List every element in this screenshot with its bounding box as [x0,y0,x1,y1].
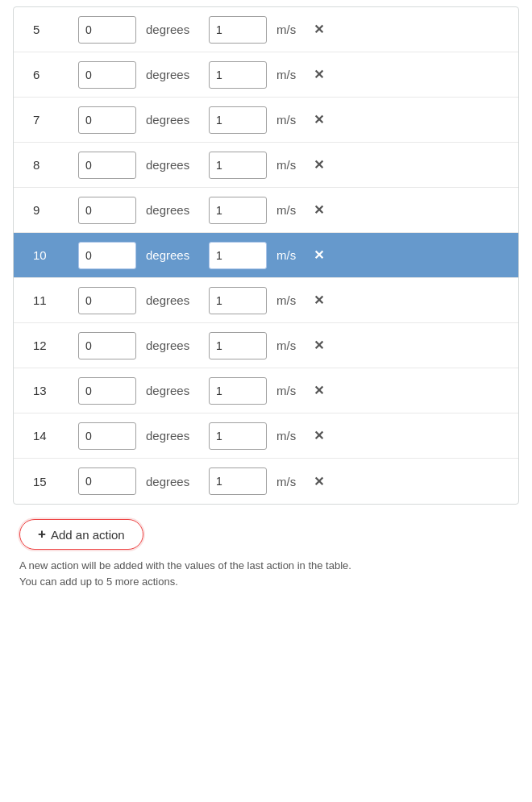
speed-input[interactable] [209,467,267,495]
speed-input[interactable] [209,152,267,179]
delete-row-button[interactable]: ✕ [309,244,329,266]
angle-unit-label: degrees [136,429,209,443]
angle-unit-label: degrees [136,384,209,397]
speed-unit-label: m/s [267,384,307,397]
speed-unit-label: m/s [267,113,307,127]
delete-row-button[interactable]: ✕ [309,289,329,311]
speed-input[interactable] [209,197,267,224]
speed-input[interactable] [209,332,267,359]
angle-input[interactable] [78,152,136,179]
row-number: 14 [14,429,78,443]
row-number: 5 [14,23,78,36]
row-number: 12 [14,339,78,352]
table-row: 9 degrees m/s ✕ [14,188,518,233]
angle-input[interactable] [78,377,136,405]
speed-input[interactable] [209,377,267,405]
speed-unit-label: m/s [267,23,307,36]
speed-unit-label: m/s [267,293,307,307]
delete-row-button[interactable]: ✕ [309,380,329,401]
table-row: 7 degrees m/s ✕ [14,98,518,143]
speed-input[interactable] [209,16,267,44]
add-action-button[interactable]: + Add an action [19,519,143,550]
table-row: 12 degrees m/s ✕ [14,323,518,368]
angle-unit-label: degrees [136,68,209,81]
angle-input[interactable] [78,422,136,450]
angle-unit-label: degrees [136,113,209,127]
angle-unit-label: degrees [136,248,209,262]
angle-unit-label: degrees [136,158,209,172]
angle-unit-label: degrees [136,203,209,217]
delete-row-button[interactable]: ✕ [309,335,329,356]
speed-input[interactable] [209,61,267,89]
speed-unit-label: m/s [267,203,307,217]
speed-unit-label: m/s [267,248,307,262]
table-row: 8 degrees m/s ✕ [14,143,518,188]
angle-input[interactable] [78,61,136,89]
delete-row-button[interactable]: ✕ [309,64,329,85]
speed-unit-label: m/s [267,475,307,488]
row-number: 15 [14,475,78,488]
angle-input[interactable] [78,197,136,224]
delete-row-button[interactable]: ✕ [309,109,329,131]
row-number: 13 [14,384,78,397]
angle-input[interactable] [78,106,136,134]
angle-input[interactable] [78,332,136,359]
table-row: 13 degrees m/s ✕ [14,368,518,413]
speed-unit-label: m/s [267,68,307,81]
delete-row-button[interactable]: ✕ [309,199,329,221]
angle-input[interactable] [78,242,136,269]
add-action-hint: A new action will be added with the valu… [19,558,358,589]
table-row: 10 degrees m/s ✕ [14,233,518,278]
speed-input[interactable] [209,422,267,450]
speed-input[interactable] [209,287,267,314]
angle-unit-label: degrees [136,23,209,36]
row-number: 9 [14,203,78,217]
angle-unit-label: degrees [136,475,209,488]
delete-row-button[interactable]: ✕ [309,19,329,40]
speed-input[interactable] [209,106,267,134]
row-number: 11 [14,293,78,307]
delete-row-button[interactable]: ✕ [309,154,329,176]
row-number: 6 [14,68,78,81]
table-row: 5 degrees m/s ✕ [14,7,518,52]
speed-unit-label: m/s [267,429,307,443]
add-action-area: + Add an action A new action will be add… [13,519,519,589]
angle-unit-label: degrees [136,293,209,307]
speed-unit-label: m/s [267,339,307,352]
angle-input[interactable] [78,16,136,44]
table-row: 11 degrees m/s ✕ [14,278,518,323]
angle-input[interactable] [78,467,136,495]
actions-table: 5 degrees m/s ✕ 6 degrees m/s ✕ 7 degree… [13,6,519,505]
speed-input[interactable] [209,242,267,269]
table-row: 15 degrees m/s ✕ [14,459,518,504]
angle-unit-label: degrees [136,339,209,352]
row-number: 10 [14,248,78,262]
add-action-label: Add an action [51,528,125,542]
table-row: 6 degrees m/s ✕ [14,52,518,98]
angle-input[interactable] [78,287,136,314]
plus-icon: + [38,526,46,542]
row-number: 7 [14,113,78,127]
delete-row-button[interactable]: ✕ [309,471,329,492]
speed-unit-label: m/s [267,158,307,172]
table-row: 14 degrees m/s ✕ [14,413,518,459]
row-number: 8 [14,158,78,172]
delete-row-button[interactable]: ✕ [309,425,329,447]
